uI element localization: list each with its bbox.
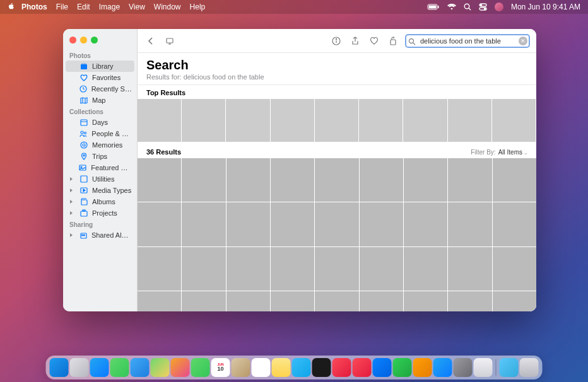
result-thumbnail[interactable] xyxy=(315,291,358,311)
top-result-thumbnail[interactable] xyxy=(403,99,447,142)
chevron-right-icon[interactable] xyxy=(69,198,74,205)
result-thumbnail[interactable] xyxy=(493,158,536,202)
user-account-icon[interactable] xyxy=(495,3,503,11)
close-button[interactable] xyxy=(69,37,76,43)
result-thumbnail[interactable] xyxy=(138,247,181,291)
spotlight-icon[interactable] xyxy=(464,3,471,11)
favorite-button[interactable] xyxy=(367,34,381,48)
apple-menu-icon[interactable] xyxy=(8,3,15,12)
result-thumbnail[interactable] xyxy=(493,202,536,246)
chevron-right-icon[interactable] xyxy=(69,175,74,183)
presentation-button[interactable] xyxy=(163,34,177,48)
menubar-datetime[interactable]: Mon Jun 10 9:41 AM xyxy=(511,3,580,11)
chevron-right-icon[interactable] xyxy=(69,209,74,217)
result-thumbnail[interactable] xyxy=(404,202,447,246)
dock-safari[interactable] xyxy=(90,358,109,377)
sidebar-item-library[interactable]: Library xyxy=(66,61,134,72)
dock-iphone-mirroring[interactable] xyxy=(474,358,493,377)
result-thumbnail[interactable] xyxy=(226,247,270,291)
result-thumbnail[interactable] xyxy=(360,247,403,291)
dock-notes[interactable] xyxy=(272,358,291,377)
sidebar-item-shared-albums[interactable]: Shared Albums xyxy=(63,229,137,241)
result-thumbnail[interactable] xyxy=(448,247,491,291)
result-thumbnail[interactable] xyxy=(182,158,225,202)
dock-settings[interactable] xyxy=(454,358,473,377)
result-thumbnail[interactable] xyxy=(138,158,181,202)
result-thumbnail[interactable] xyxy=(271,202,314,246)
menu-image[interactable]: Image xyxy=(99,3,120,11)
dock-launchpad[interactable] xyxy=(70,358,89,377)
sidebar-item-favorites[interactable]: Favorites xyxy=(63,72,137,83)
share-button[interactable] xyxy=(348,34,362,48)
minimize-button[interactable] xyxy=(80,37,87,43)
dock-calendar[interactable]: JUN10 xyxy=(211,358,230,377)
dock-tv[interactable] xyxy=(312,358,331,377)
sidebar-item-projects[interactable]: Projects xyxy=(63,207,137,219)
result-thumbnail[interactable] xyxy=(360,291,403,311)
menu-help[interactable]: Help xyxy=(190,3,206,11)
result-thumbnail[interactable] xyxy=(360,202,403,246)
sidebar-item-map[interactable]: Map xyxy=(63,95,137,106)
dock-appstore[interactable] xyxy=(433,358,452,377)
result-thumbnail[interactable] xyxy=(315,158,358,202)
result-thumbnail[interactable] xyxy=(315,202,358,246)
sidebar-item-utilities[interactable]: Utilities xyxy=(63,173,137,185)
sidebar-item-recently-saved[interactable]: Recently Saved xyxy=(63,83,137,95)
result-thumbnail[interactable] xyxy=(448,202,491,246)
chevron-right-icon[interactable] xyxy=(69,231,74,239)
dock-numbers[interactable] xyxy=(393,358,412,377)
result-thumbnail[interactable] xyxy=(138,291,181,311)
dock-mail[interactable] xyxy=(131,358,150,377)
sidebar-item-featured-photos[interactable]: Featured Photos xyxy=(63,162,137,173)
menu-file[interactable]: File xyxy=(56,3,68,11)
dock-photos[interactable] xyxy=(171,358,190,377)
top-result-thumbnail[interactable] xyxy=(492,99,536,142)
result-thumbnail[interactable] xyxy=(226,202,270,246)
result-thumbnail[interactable] xyxy=(404,291,447,311)
dock-maps[interactable] xyxy=(151,358,170,377)
top-result-thumbnail[interactable] xyxy=(182,99,226,142)
top-result-thumbnail[interactable] xyxy=(448,99,492,142)
sidebar-item-memories[interactable]: Memories xyxy=(63,139,137,151)
clear-search-button[interactable]: ✕ xyxy=(519,37,527,45)
sidebar-item-people-pets[interactable]: People & Pets xyxy=(63,128,137,139)
result-thumbnail[interactable] xyxy=(493,247,536,291)
content-area[interactable]: Search Results for: delicious food on th… xyxy=(138,53,536,311)
dock-messages[interactable] xyxy=(110,358,129,377)
menu-view[interactable]: View xyxy=(129,3,145,11)
chevron-right-icon[interactable] xyxy=(69,187,74,194)
result-thumbnail[interactable] xyxy=(404,247,447,291)
dock-music[interactable] xyxy=(332,358,351,377)
result-thumbnail[interactable] xyxy=(315,247,358,291)
fullscreen-button[interactable] xyxy=(91,37,98,43)
result-thumbnail[interactable] xyxy=(138,202,181,246)
top-result-thumbnail[interactable] xyxy=(226,99,270,142)
result-thumbnail[interactable] xyxy=(448,158,491,202)
app-menu[interactable]: Photos xyxy=(21,3,47,11)
result-thumbnail[interactable] xyxy=(271,247,314,291)
result-thumbnail[interactable] xyxy=(271,158,314,202)
search-input[interactable] xyxy=(405,34,530,48)
result-thumbnail[interactable] xyxy=(271,291,314,311)
sidebar-item-media-types[interactable]: Media Types xyxy=(63,185,137,196)
sidebar-item-trips[interactable]: Trips xyxy=(63,151,137,162)
dock-news[interactable] xyxy=(353,358,372,377)
result-thumbnail[interactable] xyxy=(360,158,403,202)
result-thumbnail[interactable] xyxy=(226,158,270,202)
top-result-thumbnail[interactable] xyxy=(359,99,403,142)
dock-finder[interactable] xyxy=(50,358,69,377)
dock-contacts[interactable] xyxy=(232,358,250,377)
rotate-button[interactable] xyxy=(386,34,400,48)
result-thumbnail[interactable] xyxy=(182,291,225,311)
top-result-thumbnail[interactable] xyxy=(138,99,182,142)
result-thumbnail[interactable] xyxy=(182,247,225,291)
top-result-thumbnail[interactable] xyxy=(271,99,315,142)
filter-dropdown[interactable]: All Items⌵ xyxy=(498,149,527,156)
dock-pages[interactable] xyxy=(413,358,432,377)
menu-window[interactable]: Window xyxy=(154,3,181,11)
result-thumbnail[interactable] xyxy=(493,291,536,311)
back-button[interactable] xyxy=(144,34,158,48)
dock-reminders[interactable] xyxy=(252,358,271,377)
control-center-icon[interactable] xyxy=(479,3,487,11)
battery-icon[interactable] xyxy=(427,4,440,10)
